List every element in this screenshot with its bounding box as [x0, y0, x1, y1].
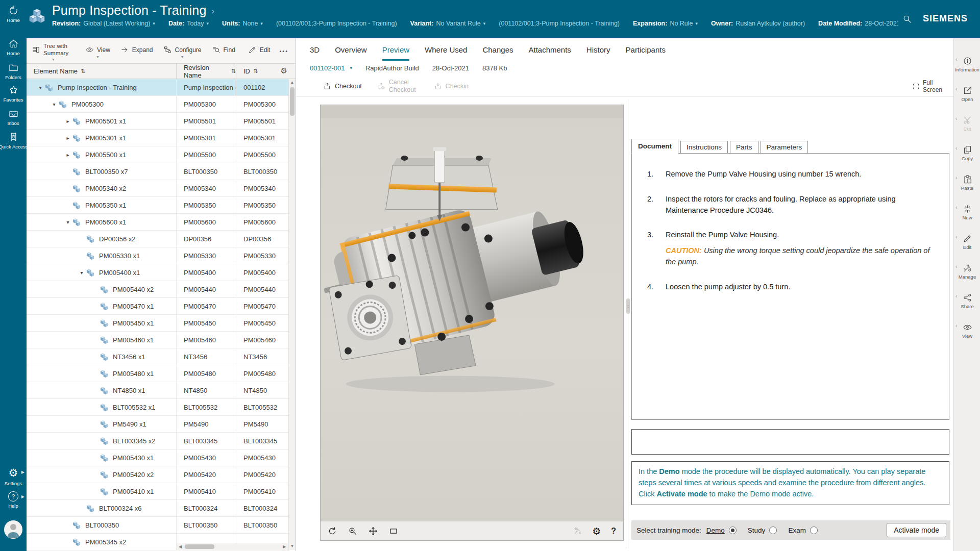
viewer-help-icon[interactable]: ?: [611, 527, 616, 536]
3d-viewer-canvas[interactable]: ⚙ ?: [320, 105, 624, 541]
radio-demo[interactable]: [729, 527, 737, 534]
caret-right-icon[interactable]: ▸: [63, 135, 72, 141]
scroll-left-icon[interactable]: ◀: [177, 543, 184, 550]
panel-splitter[interactable]: ⁞: [628, 99, 628, 548]
header-field-date[interactable]: Date:Today▾: [168, 20, 209, 27]
scrollbar-thumb[interactable]: [185, 544, 214, 549]
fullscreen-button[interactable]: Full Screen: [912, 79, 945, 94]
tab-participants[interactable]: Participants: [626, 45, 666, 61]
zoom-in-icon[interactable]: [348, 527, 357, 536]
caret-right-icon[interactable]: ▸: [63, 152, 72, 158]
splitter-handle[interactable]: ⁞: [626, 298, 630, 314]
doc-tab-document[interactable]: Document: [631, 139, 678, 154]
table-row[interactable]: PM005480 x1PM005480PM005480: [27, 365, 289, 382]
table-row[interactable]: BLT003345 x2BLT003345BLT003345: [27, 433, 289, 449]
caret-down-icon[interactable]: ▾: [77, 270, 86, 276]
doc-tab-instructions[interactable]: Instructions: [680, 141, 728, 154]
caret-down-icon[interactable]: ▾: [63, 219, 72, 225]
caret-right-icon[interactable]: ▸: [63, 118, 72, 124]
table-row[interactable]: BLT000350 x7BLT000350BLT000350: [27, 163, 289, 180]
column-header-revision-name[interactable]: Revision Name⇅: [176, 64, 236, 79]
doc-tab-parts[interactable]: Parts: [730, 141, 758, 154]
tab-attachments[interactable]: Attachments: [528, 45, 571, 61]
tab-history[interactable]: History: [586, 45, 610, 61]
table-row[interactable]: DP00356 x2DP00356DP00356: [27, 231, 289, 247]
table-row[interactable]: ▾Pump Inspection - TrainingPump Inspecti…: [27, 79, 289, 96]
snapshot-icon[interactable]: [573, 527, 582, 535]
caret-down-icon[interactable]: ▾: [36, 85, 45, 90]
sidebar-item-home[interactable]: Home: [0, 5, 27, 23]
tab-where-used[interactable]: Where Used: [425, 45, 467, 61]
table-row[interactable]: PM005420 x2PM005420PM005420: [27, 466, 289, 483]
rail-item-view[interactable]: ‹View: [954, 316, 980, 345]
header-field-revision[interactable]: Revision:Global (Latest Working)▾: [52, 20, 155, 27]
cancel-checkout-button[interactable]: Cancel Checkout: [377, 79, 419, 93]
sidebar-item-home[interactable]: Home: [0, 38, 27, 56]
view-button[interactable]: View▾: [84, 43, 111, 58]
radio-study[interactable]: [769, 527, 777, 534]
table-row[interactable]: ▾PM005400 x1PM005400PM005400: [27, 264, 289, 281]
table-row[interactable]: PM005470 x1PM005470PM005470: [27, 298, 289, 315]
sidebar-item-help[interactable]: ▶?Help: [0, 491, 27, 509]
rail-item-information[interactable]: ‹Information: [954, 49, 980, 79]
column-header-id[interactable]: ID⇅: [236, 64, 277, 79]
tab-preview[interactable]: Preview: [382, 45, 409, 61]
expand-button[interactable]: Expand: [119, 43, 154, 58]
rail-item-manage[interactable]: ‹Manage: [954, 257, 980, 286]
sidebar-item-favorites[interactable]: Favorites: [0, 85, 27, 103]
table-row[interactable]: NT4850 x1NT4850NT4850: [27, 382, 289, 399]
sidebar-item-settings[interactable]: ▶⚙Settings: [0, 467, 27, 486]
training-mode-exam[interactable]: Exam: [788, 527, 818, 534]
table-row[interactable]: ▾PM005300PM005300PM005300: [27, 96, 289, 113]
table-row[interactable]: PM005430 x1PM005430PM005430: [27, 449, 289, 466]
tree-with-summary-button[interactable]: Tree with Summary▾: [31, 41, 76, 60]
header-field-variant[interactable]: Variant:No Variant Rule▾: [410, 20, 486, 27]
table-row[interactable]: PM005340 x2PM005340PM005340: [27, 180, 289, 197]
rail-item-open[interactable]: ‹Open: [954, 79, 980, 109]
table-row[interactable]: PM005330 x1PM005330PM005330: [27, 247, 289, 264]
configure-button[interactable]: Configure▾: [162, 43, 203, 58]
horizontal-scrollbar[interactable]: ◀ ▶: [177, 543, 288, 550]
scrollbar-thumb[interactable]: [290, 87, 295, 116]
table-row[interactable]: PM005350 x1PM005350PM005350: [27, 197, 289, 214]
rotate-icon[interactable]: [328, 527, 337, 536]
table-row[interactable]: ▾PM005600 x1PM005600PM005600: [27, 214, 289, 231]
tab-overview[interactable]: Overview: [335, 45, 367, 61]
user-avatar[interactable]: [4, 520, 22, 539]
table-row[interactable]: NT3456 x1NT3456NT3456: [27, 348, 289, 365]
dataset-dropdown[interactable]: 001102-001 ▾: [310, 64, 352, 72]
training-mode-demo[interactable]: Demo: [706, 527, 737, 534]
find-button[interactable]: Find: [211, 43, 236, 58]
table-row[interactable]: ▸PM005301 x1PM005301PM005301: [27, 130, 289, 146]
header-field-expansion[interactable]: Expansion:No Rule▾: [633, 20, 698, 27]
edit-button[interactable]: Edit: [247, 43, 272, 58]
scroll-down-icon[interactable]: ▼: [289, 543, 296, 550]
rail-item-cut[interactable]: ‹Cut: [954, 109, 980, 138]
table-row[interactable]: ▸PM005501 x1PM005501PM005501: [27, 113, 289, 130]
scroll-up-icon[interactable]: ▲: [289, 79, 296, 86]
sidebar-item-inbox[interactable]: Inbox: [0, 108, 27, 126]
more-options-button[interactable]: •••: [279, 48, 288, 54]
table-row[interactable]: PM005450 x1PM005450PM005450: [27, 315, 289, 332]
training-mode-study[interactable]: Study: [748, 527, 777, 534]
table-row[interactable]: BLT005532 x1BLT005532BLT005532: [27, 399, 289, 416]
scroll-right-icon[interactable]: ▶: [281, 543, 288, 550]
table-row[interactable]: BLT000350BLT000350BLT000350: [27, 517, 289, 534]
table-row[interactable]: PM005460 x1PM005460PM005460: [27, 332, 289, 348]
rail-item-copy[interactable]: ‹Copy: [954, 138, 980, 168]
rail-item-new[interactable]: ‹New: [954, 197, 980, 227]
caret-down-icon[interactable]: ▾: [50, 102, 59, 107]
checkin-button[interactable]: Checkin: [434, 82, 469, 90]
table-row[interactable]: ▸PM005500 x1PM005500PM005500: [27, 146, 289, 163]
radio-exam[interactable]: [810, 527, 818, 534]
search-icon[interactable]: [902, 14, 912, 23]
table-row[interactable]: PM5490 x1PM5490PM5490: [27, 416, 289, 433]
rail-item-edit[interactable]: ‹Edit: [954, 227, 980, 257]
column-header-element-name[interactable]: Element Name⇅: [27, 67, 176, 75]
select-rectangle-icon[interactable]: [389, 527, 398, 536]
pan-icon[interactable]: [369, 527, 378, 536]
rail-item-share[interactable]: ‹Share: [954, 286, 980, 316]
table-row[interactable]: BLT000324 x6BLT000324BLT000324: [27, 500, 289, 517]
rail-item-paste[interactable]: ‹Paste: [954, 168, 980, 197]
sidebar-item-folders[interactable]: Folders: [0, 62, 27, 80]
